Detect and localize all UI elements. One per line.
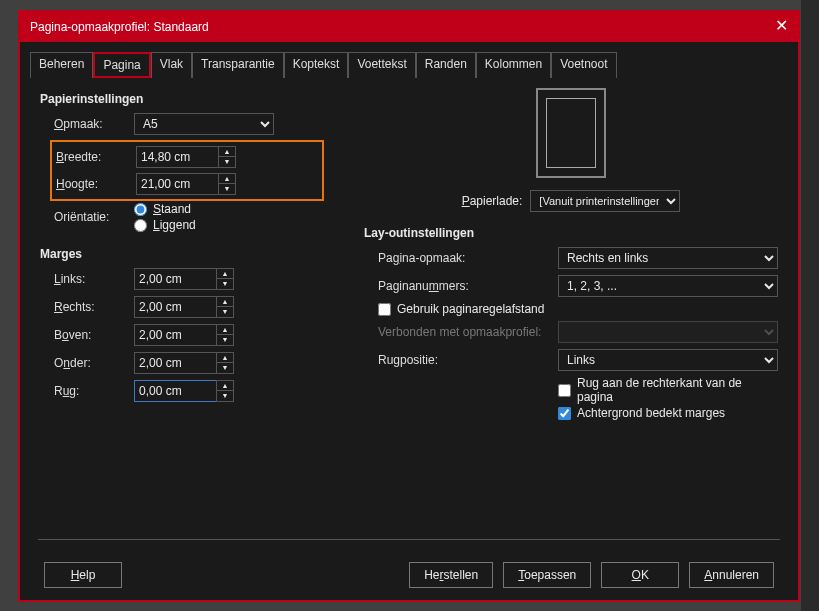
tab-transparantie[interactable]: Transparantie (192, 52, 284, 78)
layout-section-title: Lay-outinstellingen (364, 226, 778, 240)
margins-section-title: Marges (40, 247, 324, 261)
size-highlight: Breedte: ▲▼ Hoogte: ▲▼ (50, 140, 324, 201)
spin-up-icon[interactable]: ▲ (219, 147, 235, 157)
ok-button[interactable]: OK (601, 562, 679, 588)
landscape-radio[interactable] (134, 219, 147, 232)
width-spin[interactable]: ▲▼ (136, 146, 236, 168)
tab-beheren[interactable]: Beheren (30, 52, 93, 78)
spin-up-icon[interactable]: ▲ (219, 174, 235, 184)
pagelayout-label: Pagina-opmaak: (378, 251, 558, 265)
portrait-label: Staand (153, 202, 191, 216)
tab-koptekst[interactable]: Koptekst (284, 52, 349, 78)
margin-gutter-spin[interactable]: ▲▼ (134, 380, 234, 402)
dialog-footer: Help Herstellen Toepassen OK Annuleren (20, 550, 798, 600)
titlebar[interactable]: Pagina-opmaakprofiel: Standaard ✕ (20, 12, 798, 42)
tab-voettekst[interactable]: Voettekst (348, 52, 415, 78)
margin-gutter-label: Rug: (54, 384, 134, 398)
tab-pagina[interactable]: Pagina (93, 52, 150, 78)
refstyle-select (558, 321, 778, 343)
format-label: Opmaak: (54, 117, 134, 131)
paper-section-title: Papierinstellingen (40, 92, 324, 106)
gutterpos-select[interactable]: Links (558, 349, 778, 371)
gutter-right-checkbox[interactable] (558, 384, 571, 397)
register-label: Gebruik paginaregelafstand (397, 302, 544, 316)
spin-down-icon[interactable]: ▼ (219, 157, 235, 167)
tab-vlak[interactable]: Vlak (151, 52, 192, 78)
tray-label: Papierlade: (462, 194, 523, 208)
margin-right-label: Rechts: (54, 300, 134, 314)
margin-bottom-label: Onder: (54, 356, 134, 370)
tab-randen[interactable]: Randen (416, 52, 476, 78)
page-preview (536, 88, 606, 178)
dialog-window: Pagina-opmaakprofiel: Standaard ✕ Behere… (18, 10, 800, 602)
bg-checkbox[interactable] (558, 407, 571, 420)
pagenum-label: Paginanummers: (378, 279, 558, 293)
apply-button[interactable]: Toepassen (503, 562, 591, 588)
width-input[interactable] (136, 146, 218, 168)
pagelayout-select[interactable]: Rechts en links (558, 247, 778, 269)
height-label: Hoogte: (56, 177, 136, 191)
pagenum-select[interactable]: 1, 2, 3, ... (558, 275, 778, 297)
tray-select[interactable]: [Vanuit printerinstellingen] (530, 190, 680, 212)
margin-right-spin[interactable]: ▲▼ (134, 296, 234, 318)
margin-bottom-spin[interactable]: ▲▼ (134, 352, 234, 374)
window-title: Pagina-opmaakprofiel: Standaard (30, 20, 209, 34)
height-spin[interactable]: ▲▼ (136, 173, 236, 195)
orient-label: Oriëntatie: (54, 210, 134, 224)
tabstrip: Beheren Pagina Vlak Transparantie Koptek… (20, 42, 798, 78)
reset-button[interactable]: Herstellen (409, 562, 493, 588)
margin-top-label: Boven: (54, 328, 134, 342)
bg-label: Achtergrond bedekt marges (577, 406, 725, 420)
margin-left-spin[interactable]: ▲▼ (134, 268, 234, 290)
spin-down-icon[interactable]: ▼ (219, 184, 235, 194)
help-button[interactable]: Help (44, 562, 122, 588)
margin-top-spin[interactable]: ▲▼ (134, 324, 234, 346)
refstyle-label: Verbonden met opmaakprofiel: (378, 325, 558, 339)
close-icon[interactable]: ✕ (775, 16, 788, 35)
register-checkbox[interactable] (378, 303, 391, 316)
height-input[interactable] (136, 173, 218, 195)
gutter-right-label: Rug aan de rechterkant van de pagina (577, 376, 778, 404)
cancel-button[interactable]: Annuleren (689, 562, 774, 588)
landscape-label: Liggend (153, 218, 196, 232)
gutterpos-label: Rugpositie: (378, 353, 558, 367)
tab-kolommen[interactable]: Kolommen (476, 52, 551, 78)
format-select[interactable]: A5 (134, 113, 274, 135)
width-label: Breedte: (56, 150, 136, 164)
tab-voetnoot[interactable]: Voetnoot (551, 52, 616, 78)
margin-left-label: Links: (54, 272, 134, 286)
portrait-radio[interactable] (134, 203, 147, 216)
